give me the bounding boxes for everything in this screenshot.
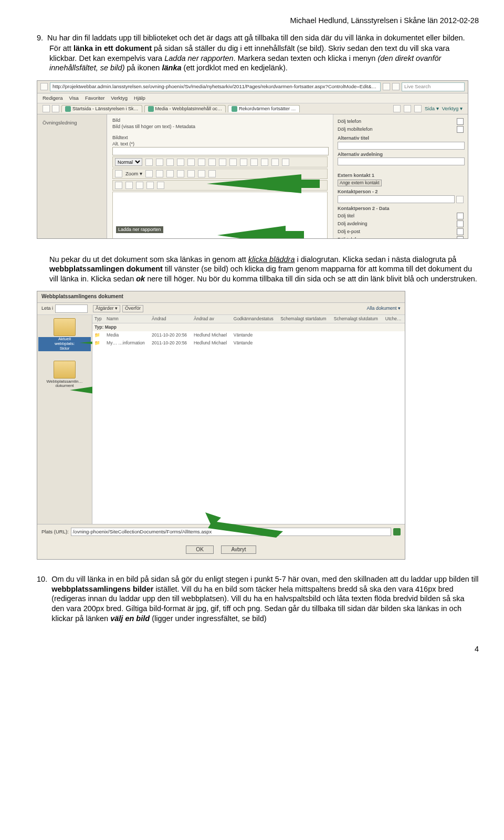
go-icon[interactable]	[393, 528, 401, 536]
menu-item[interactable]: Visa	[69, 95, 79, 101]
cut-icon[interactable]	[115, 170, 122, 177]
url-bar[interactable]: http://projektwebbar.admin.lansstyrelsen…	[50, 82, 381, 91]
step-9: 9. Nu har din fil laddats upp till bibli…	[37, 33, 479, 43]
col-namn[interactable]: Namn	[104, 315, 150, 323]
zoom-menu[interactable]: Zoom ▾	[125, 171, 142, 177]
checkbox[interactable]	[457, 220, 464, 227]
toolbar-icon[interactable]	[198, 170, 205, 177]
unlink-icon[interactable]	[261, 159, 268, 166]
list-icon[interactable]	[125, 182, 133, 189]
checkbox[interactable]	[457, 228, 464, 235]
t-bladdra: klicka bläddra	[248, 255, 295, 264]
rp-button[interactable]: Ange extern kontakt	[338, 180, 382, 186]
align-center-icon[interactable]	[187, 159, 195, 166]
toolbar-icon[interactable]	[166, 170, 174, 177]
menu-item[interactable]: Hjälp	[134, 95, 145, 101]
indent-icon[interactable]	[240, 159, 247, 166]
feed-icon[interactable]	[404, 105, 411, 112]
lookup-icon[interactable]	[456, 196, 464, 203]
fav-icon[interactable]	[43, 105, 50, 112]
menu-item[interactable]: Redigera	[43, 95, 63, 101]
checkbox[interactable]	[457, 118, 464, 125]
bulleted-list-icon[interactable]	[219, 159, 226, 166]
style-select[interactable]: Normal	[115, 158, 142, 166]
screenshot-editor: http://projektwebbar.admin.lansstyrelsen…	[37, 80, 468, 239]
label-alttext: Alt. text (*)	[112, 141, 328, 148]
atgarder-menu[interactable]: Åtgärder ▾	[93, 305, 120, 312]
table-icon[interactable]	[282, 159, 289, 166]
tab-icon	[65, 106, 71, 112]
checkbox[interactable]	[457, 126, 464, 133]
rp-label: Dölj telefon	[338, 119, 361, 125]
tab-3[interactable]: Rekordvärmen fortsätter …	[228, 105, 300, 113]
label-bild: Bild	[112, 118, 328, 124]
view-menu[interactable]: Alla dokument ▾	[366, 306, 401, 312]
rp-input[interactable]	[338, 158, 465, 165]
col-andrad[interactable]: Ändrad	[150, 315, 192, 323]
menu-item[interactable]: Verktyg	[111, 95, 128, 101]
col-typ[interactable]: Typ	[92, 315, 104, 323]
ok-button[interactable]: OK	[186, 545, 213, 554]
list-icon[interactable]	[115, 182, 122, 189]
italic-icon[interactable]	[156, 159, 163, 166]
outdent-icon[interactable]	[136, 182, 143, 189]
rp-input[interactable]	[338, 195, 455, 203]
tab-2[interactable]: Media - WebbplatsInnehåll oc…	[144, 105, 226, 113]
label-bildtext: Bildtext	[112, 135, 328, 141]
link-icon[interactable]	[250, 159, 258, 166]
step-text: Nu har din fil laddats upp till bibliote…	[47, 33, 479, 43]
print-icon[interactable]	[414, 105, 422, 112]
addtab-icon[interactable]	[52, 105, 59, 112]
rp-input[interactable]	[338, 142, 465, 150]
sidebar-item[interactable]: Övningsledning	[40, 119, 103, 127]
toolbar-icon[interactable]	[187, 170, 195, 177]
page-header: Michael Hedlund, Länsstyrelsen i Skåne l…	[37, 16, 479, 26]
col-status[interactable]: Godkännandestatus	[232, 315, 278, 323]
checkbox[interactable]	[457, 213, 464, 219]
alttext-field[interactable]	[112, 147, 329, 155]
align-left-icon[interactable]	[177, 159, 184, 166]
svg-marker-1	[217, 226, 304, 238]
dialog-title: Webbplatssamlingens dokument	[37, 291, 405, 303]
page-menu[interactable]: Sida ▾	[425, 106, 439, 112]
toolbar-icon[interactable]	[177, 170, 184, 177]
numbered-list-icon[interactable]	[208, 159, 216, 166]
avbryt-button[interactable]: Avbryt	[221, 545, 256, 554]
tools-menu[interactable]: Verktyg ▾	[442, 106, 463, 112]
left-sidebar: Övningsledning	[37, 114, 107, 238]
col-start[interactable]: Schemalagt startdatum	[278, 315, 332, 323]
align-right-icon[interactable]	[198, 159, 205, 166]
undo-icon[interactable]	[145, 170, 153, 177]
leta-i-field[interactable]	[55, 304, 88, 313]
col-andradav[interactable]: Ändrad av	[192, 315, 232, 323]
menu-item[interactable]: Favoriter	[85, 95, 104, 101]
t: Ladda ner rapporten	[164, 54, 233, 62]
stop-icon[interactable]	[392, 83, 400, 90]
indent-icon[interactable]	[146, 182, 154, 189]
search-field[interactable]: Live Search	[402, 82, 465, 91]
table-row[interactable]: 📁My… …information2011-10-20 20:56Hedlund…	[92, 339, 405, 347]
t: (ligger under ingressfältet, se bild)	[150, 614, 266, 623]
table-row[interactable]: 📁Media2011-10-20 20:56Hedlund MichaelVän…	[92, 331, 405, 339]
rp-title: Kontaktperson - 2	[338, 189, 464, 195]
underline-icon[interactable]	[166, 159, 174, 166]
tab-1[interactable]: Startsida - Länsstyrelsen i Sk…	[61, 105, 142, 113]
home-icon[interactable]	[393, 105, 401, 112]
col-slut[interactable]: Schemalagt slutdatum	[332, 315, 383, 323]
svg-marker-0	[207, 174, 320, 193]
checkbox[interactable]	[457, 236, 464, 239]
rp-label: Dölj titel	[338, 213, 354, 219]
image-icon[interactable]	[271, 159, 279, 166]
col-utche[interactable]: Utche…	[383, 315, 405, 323]
refresh-icon[interactable]	[383, 83, 390, 90]
plats-label: Plats (URL):	[41, 529, 69, 535]
overfor-button[interactable]: Överför	[122, 305, 143, 312]
bold-icon[interactable]	[145, 159, 153, 166]
step-number: 10.	[37, 574, 47, 623]
group-row[interactable]: Typ: Mapp	[92, 323, 405, 331]
tab-label: Rekordvärmen fortsätter …	[239, 106, 296, 112]
format-icon[interactable]	[157, 182, 164, 189]
folder-cap: Aktuell	[58, 337, 71, 341]
outdent-icon[interactable]	[229, 159, 237, 166]
redo-icon[interactable]	[156, 170, 163, 177]
